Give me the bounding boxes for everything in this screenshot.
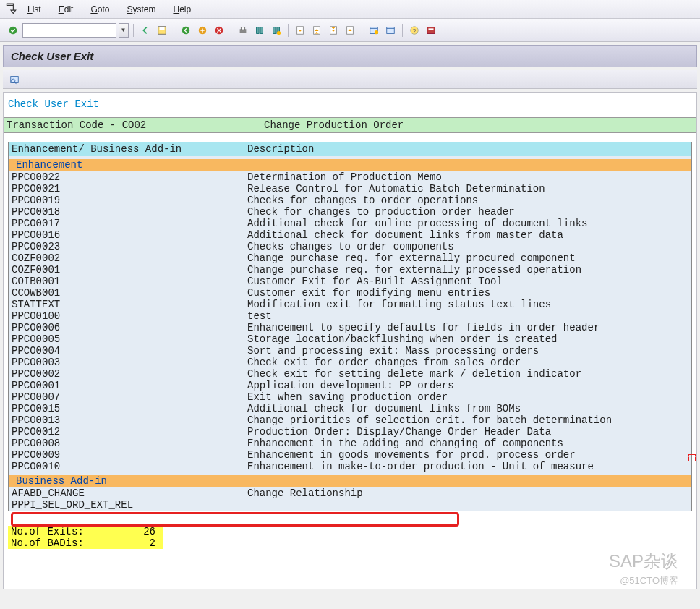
menu-help[interactable]: Help (166, 3, 198, 16)
summary-row: No.of BADis:2 (8, 537, 163, 549)
back-icon[interactable] (138, 23, 153, 38)
table-row[interactable]: PPCO0008Enhancement in the adding and ch… (9, 438, 691, 449)
transaction-bar: Transaction Code - CO02 Change Productio… (4, 117, 696, 133)
cell-desc: Enhancement in the adding and changing o… (244, 438, 691, 449)
table-row[interactable]: PPCO0100test (9, 310, 691, 322)
next-page-icon[interactable] (326, 23, 341, 38)
table-row[interactable]: PPPI_SEL_ORD_EXT_REL (9, 499, 691, 511)
cell-desc: Customer Exit for As-Built Assignment To… (244, 276, 691, 287)
svg-text:?: ? (413, 27, 417, 34)
cell-code: PPCO0001 (9, 380, 244, 391)
table-row[interactable]: COZF0001Change purchase req. for externa… (9, 264, 691, 276)
table-row[interactable]: PPCO0004Sort and processing exit: Mass p… (9, 345, 691, 357)
svg-rect-8 (257, 27, 260, 33)
separator (231, 24, 231, 37)
cell-code: PPCO0017 (9, 218, 244, 229)
print-icon[interactable] (236, 23, 250, 38)
cell-code: AFABD_CHANGE (9, 487, 244, 499)
cell-code: PPCO0013 (9, 414, 244, 426)
cell-code: PPCO0021 (9, 183, 244, 195)
menubar: List Edit Goto System Help (0, 0, 700, 19)
page-title: Check User Exit (3, 45, 697, 67)
table-row[interactable]: STATTEXTModification exit for formatting… (9, 299, 691, 310)
table-row[interactable]: PPCO0009Enhancement in goods movements f… (9, 449, 691, 461)
table-row[interactable]: PPCO0022Determination of Production Memo (9, 171, 691, 183)
cell-code: PPCO0100 (9, 310, 244, 322)
cell-code: PPCO0022 (9, 171, 244, 183)
table-row[interactable]: COZF0002Change purchase req. for externa… (9, 252, 691, 264)
cell-desc: Enhancement in make-to-order production … (244, 461, 691, 472)
table-row[interactable]: PPCO0006Enhancement to specify defaults … (9, 322, 691, 333)
back-green-icon[interactable] (179, 23, 193, 38)
cell-desc: Enhancement to specify defaults for fiel… (244, 322, 691, 333)
red-marker-icon (688, 454, 696, 461)
cell-code: COZF0002 (9, 252, 244, 264)
command-dropdown-icon[interactable]: ▼ (119, 23, 129, 38)
cell-desc: Checks changes to order components (244, 241, 691, 252)
cell-desc: Check exit for setting delete mark / del… (244, 368, 691, 380)
menu-goto[interactable]: Goto (83, 3, 116, 16)
cell-code: STATTEXT (9, 299, 244, 310)
table-row[interactable]: PPCO0019Checks for changes to order oper… (9, 195, 691, 206)
section-badi: Business Add-in (9, 472, 691, 487)
last-page-icon[interactable] (343, 23, 357, 38)
separator (133, 24, 134, 37)
first-page-icon[interactable] (293, 23, 307, 38)
svg-rect-2 (160, 27, 165, 30)
table-row[interactable]: PPCO0007Exit when saving production orde… (9, 391, 691, 403)
summary-row: No.of Exits:26 (8, 526, 163, 537)
summary-value: 2 (124, 537, 160, 549)
table-row[interactable]: PPCO0023Checks changes to order componen… (9, 241, 691, 252)
cell-desc: Determination of Production Memo (244, 171, 691, 183)
cell-desc: Change priorities of selection crit. for… (244, 414, 691, 426)
find-next-icon[interactable] (269, 23, 283, 38)
cell-code: PPCO0016 (9, 229, 244, 241)
table-row[interactable]: CCOWB001Customer exit for modifying menu… (9, 287, 691, 299)
menu-command-icon[interactable] (4, 3, 17, 16)
shortcut-icon[interactable] (383, 23, 398, 38)
cancel-icon[interactable] (212, 23, 226, 38)
table-row[interactable]: PPCO0016Additional check for document li… (9, 229, 691, 241)
cell-desc: Application development: PP orders (244, 380, 691, 391)
help-icon[interactable]: ? (407, 23, 422, 38)
table-row[interactable]: PPCO0002Check exit for setting delete ma… (9, 368, 691, 380)
table-row[interactable]: PPCO0015Additional check for document li… (9, 403, 691, 414)
col-description: Description (244, 142, 691, 156)
table-row[interactable]: PPCO0017Additional check for online proc… (9, 218, 691, 229)
exit-icon[interactable] (195, 23, 210, 38)
cell-code: PPCO0005 (9, 333, 244, 345)
cell-desc: test (244, 310, 691, 322)
table-row[interactable]: PPCO0021Release Control for Automatic Ba… (9, 183, 691, 195)
enter-icon[interactable] (6, 23, 20, 38)
prev-page-icon[interactable] (310, 23, 324, 38)
table-row[interactable]: AFABD_CHANGEChange Relationship (9, 487, 691, 499)
command-field[interactable] (22, 23, 116, 38)
svg-point-12 (277, 30, 281, 34)
table-row[interactable]: COIB0001Customer Exit for As-Built Assig… (9, 276, 691, 287)
svg-point-3 (182, 26, 190, 34)
menu-list[interactable]: List (20, 3, 48, 16)
table-row[interactable]: PPCO0012Production Order: Display/Change… (9, 426, 691, 438)
cell-code: COZF0001 (9, 264, 244, 276)
cell-desc: Additional check for document links from… (244, 403, 691, 414)
cell-desc: Change purchase req. for externally proc… (244, 252, 691, 264)
new-session-icon[interactable] (367, 23, 381, 38)
save-icon[interactable] (155, 23, 169, 38)
menu-edit[interactable]: Edit (51, 3, 81, 16)
table-row[interactable]: PPCO0005Storage location/backflushing wh… (9, 333, 691, 345)
table-row[interactable]: PPCO0018Check for changes to production … (9, 206, 691, 218)
menu-system[interactable]: System (119, 3, 163, 16)
separator (174, 24, 174, 37)
table-row[interactable]: PPCO0013Change priorities of selection c… (9, 414, 691, 426)
table-row[interactable]: PPCO0003Check exit for order changes fro… (9, 357, 691, 368)
section-enhancement: Enhancement (9, 156, 691, 171)
cell-code: PPCO0010 (9, 461, 244, 472)
cell-code: PPPI_SEL_ORD_EXT_REL (9, 499, 244, 511)
table-row[interactable]: PPCO0010Enhancement in make-to-order pro… (9, 461, 691, 472)
table-row[interactable]: PPCO0001Application development: PP orde… (9, 380, 691, 391)
find-icon[interactable] (252, 23, 267, 38)
details-icon[interactable] (7, 72, 22, 87)
cell-desc: Enhancement in goods movements for prod.… (244, 449, 691, 461)
cell-desc: Additional check for document links from… (244, 229, 691, 241)
layout-icon[interactable] (424, 23, 438, 38)
